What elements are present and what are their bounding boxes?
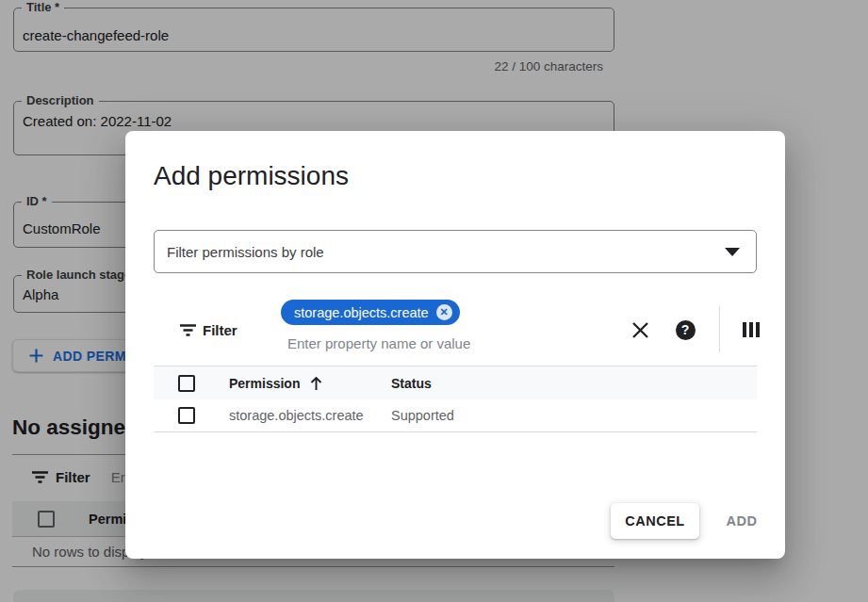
help-button[interactable]: ? — [675, 319, 696, 340]
dialog-filter-input[interactable]: Enter property name or value — [287, 335, 470, 351]
close-icon — [631, 321, 649, 339]
chevron-down-icon — [725, 248, 740, 256]
dialog-filter-button[interactable]: Filter — [180, 322, 237, 338]
status-cell: Supported — [391, 408, 454, 423]
chip-remove-icon[interactable]: ✕ — [436, 304, 452, 320]
permission-column-header[interactable]: Permission — [229, 376, 300, 391]
dialog-table-header: Permission Status — [154, 366, 757, 399]
filter-icon — [180, 324, 196, 336]
columns-icon — [743, 322, 761, 337]
filter-chip[interactable]: storage.objects.create ✕ — [281, 300, 460, 325]
toolbar-divider — [719, 306, 720, 352]
status-column-header[interactable]: Status — [391, 376, 432, 391]
row-checkbox[interactable] — [178, 407, 195, 424]
dialog-title: Add permissions — [154, 161, 349, 191]
filter-chip-label: storage.objects.create — [294, 305, 429, 320]
add-permissions-dialog: Add permissions Filter permissions by ro… — [125, 131, 785, 559]
create-role-page: Title * create-changefeed-role 22 / 100 … — [0, 0, 868, 602]
column-display-button[interactable] — [741, 322, 762, 337]
table-row[interactable]: storage.objects.create Supported — [154, 399, 757, 432]
role-filter-dropdown[interactable]: Filter permissions by role — [154, 230, 757, 273]
sort-ascending-icon[interactable] — [309, 376, 323, 391]
select-all-checkbox[interactable] — [178, 375, 195, 392]
permission-cell: storage.objects.create — [229, 408, 364, 423]
dialog-filter-toolbar: Filter storage.objects.create ✕ Enter pr… — [154, 292, 757, 366]
role-filter-placeholder: Filter permissions by role — [167, 244, 725, 260]
add-button[interactable]: ADD — [708, 503, 776, 539]
cancel-button[interactable]: CANCEL — [611, 503, 699, 539]
help-icon: ? — [676, 320, 696, 340]
clear-filter-button[interactable] — [628, 317, 652, 342]
dialog-filter-label: Filter — [203, 322, 237, 338]
